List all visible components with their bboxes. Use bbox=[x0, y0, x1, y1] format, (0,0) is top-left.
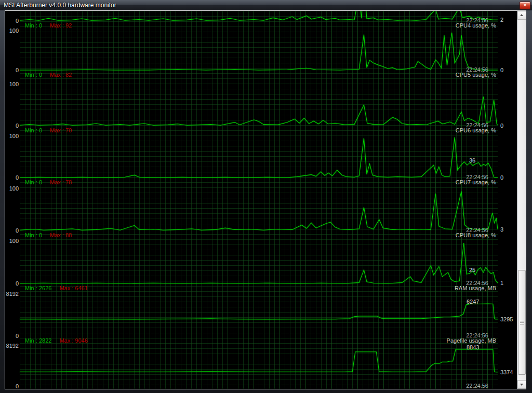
current-value-label: 1 bbox=[500, 280, 503, 286]
min-value-label: Min : 0 bbox=[25, 179, 42, 185]
minmax-label: Min : 0Max : 82 bbox=[25, 72, 72, 78]
max-value-label: Max : 6461 bbox=[59, 285, 87, 291]
y-axis-bottom-label: 0 bbox=[5, 383, 19, 389]
graph-name-label: CPU5 usage, % bbox=[317, 72, 496, 78]
minmax-label: Min : 2626Max : 6461 bbox=[25, 285, 88, 291]
y-axis-bottom-label: 0 bbox=[5, 123, 19, 129]
max-value-label: Max : 82 bbox=[50, 72, 72, 78]
titlebar[interactable]: MSI Afterburner v4.0.0 hardware monitor … bbox=[0, 0, 532, 10]
y-axis-bottom-label: 0 bbox=[5, 174, 19, 181]
minmax-label: Min : 0Max : 88 bbox=[25, 232, 72, 238]
min-value-label: Min : 0 bbox=[25, 127, 42, 133]
min-value-label: Min : 2626 bbox=[25, 285, 51, 291]
max-value-label: Max : 88 bbox=[50, 232, 72, 238]
y-axis-top-label: 100 bbox=[5, 133, 19, 139]
plots-layer: 022:24:56Min : 0Max : 92CPU4 usage, %210… bbox=[5, 11, 518, 389]
y-axis-top-label: 100 bbox=[5, 185, 19, 192]
minmax-label: Min : 0Max : 70 bbox=[25, 127, 72, 133]
current-value-label: 3295 bbox=[500, 316, 513, 322]
y-axis-top-label: 100 bbox=[5, 238, 19, 244]
graph-name-label: RAM usage, MB bbox=[317, 285, 496, 291]
y-axis-bottom-label: 0 bbox=[5, 227, 19, 234]
max-value-label: Max : 9046 bbox=[59, 337, 87, 344]
y-axis-bottom-label: 0 bbox=[5, 333, 19, 339]
min-value-label: Min : 0 bbox=[25, 22, 42, 29]
y-axis-top-label: 100 bbox=[5, 81, 19, 87]
graph-plot-3[interactable] bbox=[20, 136, 498, 178]
arrow-down-icon bbox=[520, 384, 523, 386]
current-value-label: 3374 bbox=[500, 369, 513, 375]
window-title: MSI Afterburner v4.0.0 hardware monitor bbox=[4, 2, 116, 9]
peak-value-label: 8843 bbox=[467, 344, 479, 350]
y-axis-bottom-label: 0 bbox=[5, 18, 19, 24]
y-axis-bottom-label: 0 bbox=[5, 67, 19, 73]
y-axis-top-label: 100 bbox=[5, 28, 19, 34]
current-value-label: 2 bbox=[500, 17, 503, 23]
graph-name-label: CPU8 usage, % bbox=[317, 232, 496, 238]
max-value-label: Max : 92 bbox=[50, 22, 72, 29]
current-value-label: 0 bbox=[500, 67, 503, 73]
y-axis-top-label: 8192 bbox=[5, 291, 19, 297]
scrollbar-thumb[interactable] bbox=[518, 270, 526, 375]
graph-plot-7[interactable] bbox=[20, 346, 498, 386]
graph-name-label: Pagefile usage, MB bbox=[317, 337, 496, 344]
minmax-label: Min : 0Max : 78 bbox=[25, 179, 72, 185]
y-axis-top-label: 8192 bbox=[5, 343, 19, 349]
close-icon: ✕ bbox=[523, 3, 527, 8]
max-value-label: Max : 78 bbox=[50, 179, 72, 185]
minmax-label: Min : 2822Max : 9046 bbox=[25, 337, 88, 344]
graph-name-label: CPU6 usage, % bbox=[317, 127, 496, 133]
current-value-label: 3 bbox=[500, 226, 503, 233]
current-value-label: 0 bbox=[500, 174, 503, 181]
timestamp-label: 22:24:56 bbox=[317, 383, 488, 389]
graph-plot-6[interactable] bbox=[20, 294, 498, 336]
monitor-client-area: 022:24:56Min : 0Max : 92CPU4 usage, %210… bbox=[5, 10, 526, 389]
scroll-down-button[interactable] bbox=[517, 380, 526, 389]
graph-name-label: CPU4 usage, % bbox=[317, 22, 496, 29]
vertical-scrollbar[interactable] bbox=[517, 11, 526, 389]
min-value-label: Min : 2822 bbox=[25, 337, 51, 344]
min-value-label: Min : 0 bbox=[25, 232, 42, 238]
graph-plot-4[interactable] bbox=[20, 188, 498, 231]
thumb-grip-icon bbox=[520, 321, 524, 324]
peak-value-label: 6247 bbox=[467, 299, 479, 305]
close-button[interactable]: ✕ bbox=[520, 2, 530, 9]
scroll-up-button[interactable] bbox=[517, 11, 526, 20]
arrow-up-icon bbox=[520, 14, 523, 16]
max-value-label: Max : 70 bbox=[50, 127, 72, 133]
graph-name-label: CPU7 usage, % bbox=[317, 179, 496, 185]
peak-value-label: 25 bbox=[469, 267, 475, 273]
graph-plot-2[interactable] bbox=[20, 84, 498, 126]
hardware-monitor-window: MSI Afterburner v4.0.0 hardware monitor … bbox=[0, 0, 532, 393]
minmax-label: Min : 0Max : 92 bbox=[25, 22, 72, 29]
current-value-label: 0 bbox=[500, 123, 503, 129]
peak-value-label: 36 bbox=[469, 157, 475, 164]
min-value-label: Min : 0 bbox=[25, 72, 42, 78]
graph-plot-1[interactable] bbox=[20, 31, 498, 70]
y-axis-bottom-label: 0 bbox=[5, 280, 19, 287]
graph-plot-5[interactable] bbox=[20, 241, 498, 283]
